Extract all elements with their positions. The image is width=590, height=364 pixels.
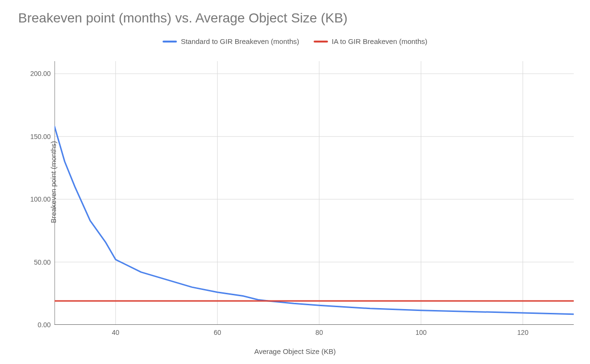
x-tick-label: 80: [316, 329, 323, 336]
chart-container: Breakeven point (months) vs. Average Obj…: [0, 0, 590, 364]
legend-item-standard: Standard to GIR Breakeven (months): [163, 37, 299, 45]
legend-item-ia: IA to GIR Breakeven (months): [314, 37, 427, 45]
legend: Standard to GIR Breakeven (months) IA to…: [0, 37, 590, 45]
x-axis-label: Average Object Size (KB): [254, 347, 336, 355]
legend-swatch-ia: [314, 41, 328, 43]
legend-label-standard: Standard to GIR Breakeven (months): [181, 37, 299, 45]
x-tick-label: 40: [112, 329, 120, 336]
y-tick-label: 100.00: [30, 195, 51, 203]
plot-svg: [55, 61, 574, 325]
y-tick-label: 200.00: [30, 70, 51, 77]
legend-swatch-standard: [163, 41, 177, 43]
y-tick-label: 0.00: [38, 321, 51, 329]
chart-title: Breakeven point (months) vs. Average Obj…: [18, 11, 348, 26]
y-tick-label: 50.00: [34, 258, 51, 266]
legend-label-ia: IA to GIR Breakeven (months): [332, 37, 427, 45]
x-tick-label: 100: [415, 329, 426, 336]
x-tick-label: 60: [214, 329, 221, 336]
series-line-standard: [55, 127, 574, 314]
y-tick-label: 150.00: [30, 133, 51, 140]
x-tick-label: 120: [517, 329, 528, 336]
plot-area: 0.0050.00100.00150.00200.00406080100120: [55, 61, 574, 325]
